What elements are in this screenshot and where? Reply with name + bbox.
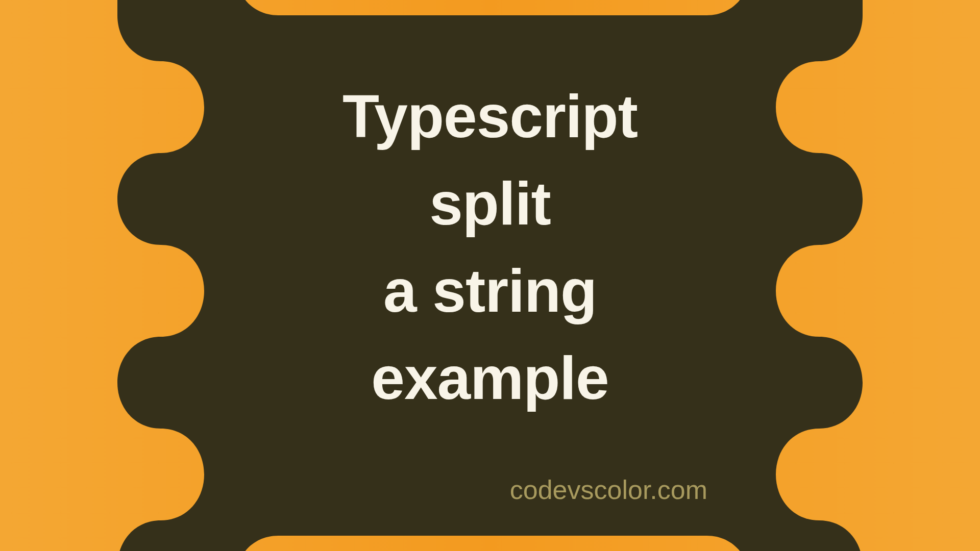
hero-title: Typescript split a string example [342, 73, 638, 422]
hero-banner: Typescript split a string example codevs… [0, 0, 980, 551]
title-line-4: example [371, 344, 608, 412]
title-line-3: a string [383, 257, 597, 324]
title-line-2: split [429, 170, 551, 237]
title-line-1: Typescript [342, 83, 638, 150]
hero-title-block: Typescript split a string example [342, 73, 638, 422]
watermark-text: codevscolor.com [510, 474, 707, 505]
